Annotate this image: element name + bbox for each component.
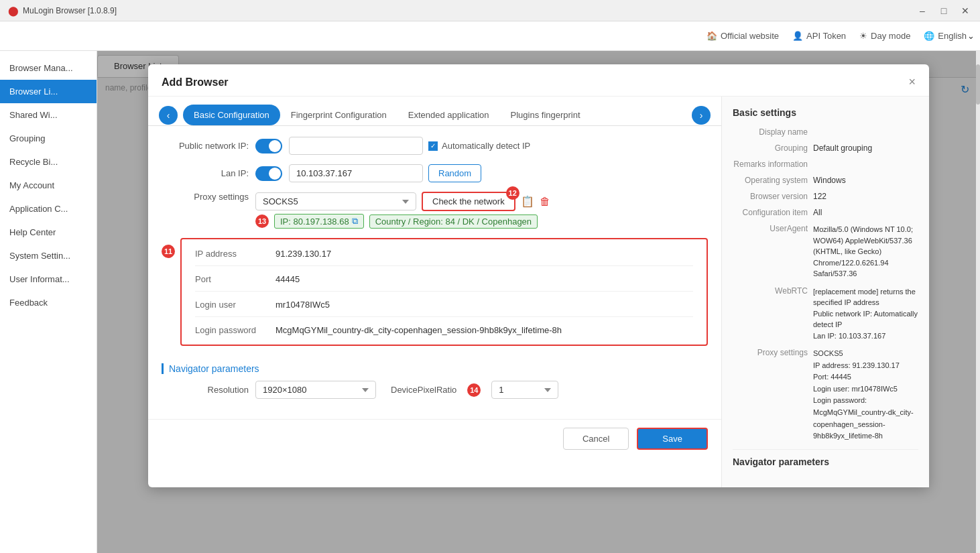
copy-ip-icon[interactable]: ⧉ — [352, 216, 358, 227]
proxy-password-row: Login password — [195, 325, 693, 335]
proxy-port-input[interactable] — [275, 274, 693, 284]
config-tab-nav: Basic Configuration Fingerprint Configur… — [183, 105, 686, 125]
panel-useragent-row: UserAgent Mozilla/5.0 (Windows NT 10.0; … — [733, 224, 918, 280]
panel-config-item-row: Configuration item All — [733, 208, 918, 217]
check-network-button[interactable]: Check the network — [422, 192, 515, 211]
modal-overlay: Add Browser × ‹ Basic Configuration Fing… — [97, 51, 980, 553]
save-button[interactable]: Save — [637, 428, 708, 450]
proxy-settings-row: Proxy settings SOCKS5 12 Check the netwo… — [162, 192, 708, 211]
step14-badge: 14 — [467, 383, 481, 397]
panel-proxy-label: Proxy settings — [733, 348, 813, 442]
maximize-button[interactable]: □ — [934, 1, 953, 20]
proxy-type-select[interactable]: SOCKS5 — [255, 192, 416, 210]
lan-ip-toggle[interactable] — [255, 166, 282, 181]
sidebar-item-recycle-bin[interactable]: Recycle Bi... — [0, 150, 97, 174]
modal-close-button[interactable]: × — [908, 75, 916, 89]
person-icon: 👤 — [792, 31, 803, 41]
resolution-select[interactable]: 1920×1080 — [255, 381, 376, 399]
modal-title: Add Browser — [162, 76, 229, 88]
right-panel-title: Basic settings — [733, 107, 918, 118]
proxy-port-label: Port — [195, 274, 275, 284]
official-website-nav[interactable]: 🏠 Official website — [707, 31, 779, 41]
panel-webrtc-row: WebRTC [replacement mode] returns the sp… — [733, 286, 918, 342]
day-mode-nav[interactable]: ☀ Day mode — [859, 31, 910, 41]
form-content: Public network IP: ✓ Automatically detec… — [148, 126, 721, 419]
sidebar-item-shared-window[interactable]: Shared Wi... — [0, 103, 97, 127]
public-ip-input[interactable] — [289, 137, 423, 155]
close-button[interactable]: ✕ — [956, 1, 975, 20]
copy-proxy-icon[interactable]: 📋 — [521, 195, 534, 208]
main-layout: Browser Mana... Browser Li... Shared Wi.… — [0, 51, 980, 553]
panel-config-item-label: Configuration item — [733, 208, 813, 217]
proxy-user-input[interactable] — [275, 300, 693, 310]
proxy-password-input[interactable] — [275, 325, 693, 335]
tab-fingerprint-config[interactable]: Fingerprint Configuration — [280, 105, 397, 125]
sun-icon: ☀ — [859, 31, 867, 41]
proxy-details-section: 11 IP address Port — [162, 235, 708, 354]
panel-display-name-row: Display name — [733, 127, 918, 137]
api-token-nav[interactable]: 👤 API Token — [792, 31, 846, 41]
auto-detect-checkbox[interactable]: ✓ — [428, 141, 438, 151]
auto-detect-checkbox-label[interactable]: ✓ Automatically detect IP — [428, 141, 530, 151]
globe-icon: 🌐 — [924, 31, 934, 41]
resolution-row: Resolution 1920×1080 DevicePixelRatio 14… — [162, 381, 708, 399]
proxy-ip-label: IP address — [195, 249, 275, 259]
region-badge: Country / Region: 84 / DK / Copenhagen — [369, 214, 538, 229]
navigator-params-panel-title: Navigator parameters — [733, 456, 918, 467]
tab-basic-config[interactable]: Basic Configuration — [183, 105, 280, 125]
expand-icon[interactable]: ⌄ — [967, 31, 975, 41]
tab-extended-app[interactable]: Extended application — [397, 105, 500, 125]
public-ip-toggle[interactable] — [255, 139, 282, 153]
content-area: Browser List ↻ name, profileID Add Brows… — [97, 51, 980, 553]
minimize-button[interactable]: – — [913, 1, 932, 20]
proxy-settings-label: Proxy settings — [162, 192, 249, 202]
config-tab-prev-button[interactable]: ‹ — [159, 106, 178, 125]
language-nav[interactable]: 🌐 English — [924, 31, 967, 41]
panel-grouping-row: Grouping Default grouping — [733, 143, 918, 153]
sidebar-item-application[interactable]: Application C... — [0, 197, 97, 221]
sidebar-item-grouping[interactable]: Grouping — [0, 127, 97, 150]
ip-badge: IP: 80.197.138.68 ⧉ — [274, 214, 364, 229]
delete-proxy-icon[interactable]: 🗑 — [540, 196, 550, 208]
cancel-button[interactable]: Cancel — [563, 428, 629, 450]
public-ip-row: Public network IP: ✓ Automatically detec… — [162, 137, 708, 155]
navigator-params-title: Navigator parameters — [162, 363, 708, 374]
random-button[interactable]: Random — [428, 164, 481, 182]
window-controls: – □ ✕ — [913, 0, 975, 21]
panel-os-value: Windows — [813, 176, 918, 185]
panel-useragent-value: Mozilla/5.0 (Windows NT 10.0; WOW64) App… — [813, 224, 918, 280]
panel-webrtc-value: [replacement mode] returns the specified… — [813, 286, 918, 342]
sidebar-item-browser-manager[interactable]: Browser Mana... — [0, 56, 97, 80]
device-pixel-ratio-select[interactable]: 1 — [491, 381, 558, 399]
lan-ip-input[interactable] — [289, 164, 423, 182]
app-logo-icon: ⬤ — [8, 5, 19, 16]
tab-plugins-fp[interactable]: Plugins fingerprint — [500, 105, 591, 125]
modal-left-panel: ‹ Basic Configuration Fingerprint Config… — [148, 97, 721, 487]
panel-proxy-value: SOCKS5 IP address: 91.239.130.17 Port: 4… — [813, 348, 918, 442]
sidebar-item-help-center[interactable]: Help Center — [0, 221, 97, 244]
day-mode-label: Day mode — [871, 31, 910, 41]
proxy-port-row: Port — [195, 274, 693, 292]
proxy-box: IP address Port Login user — [180, 238, 708, 346]
step11-badge: 11 — [162, 245, 175, 258]
sidebar-item-my-account[interactable]: My Account — [0, 174, 97, 197]
home-icon: 🏠 — [707, 31, 717, 41]
ip-info-bar: 13 IP: 80.197.138.68 ⧉ Country / Region:… — [255, 214, 708, 229]
sidebar-item-feedback[interactable]: Feedback — [0, 291, 97, 314]
panel-display-name-label: Display name — [733, 127, 813, 137]
app-title: MuLogin Browser [1.0.8.9] — [23, 6, 117, 15]
sidebar-item-user-info[interactable]: User Informat... — [0, 267, 97, 291]
panel-webrtc-label: WebRTC — [733, 286, 813, 342]
panel-remarks-row: Remarks information — [733, 160, 918, 169]
add-browser-modal: Add Browser × ‹ Basic Configuration Fing… — [148, 64, 929, 487]
config-tab-next-button[interactable]: › — [692, 106, 711, 125]
proxy-ip-input[interactable] — [275, 249, 693, 259]
lan-ip-label: Lan IP: — [162, 168, 249, 178]
region-value: Country / Region: 84 / DK / Copenhagen — [375, 217, 532, 227]
sidebar-item-browser-list[interactable]: Browser Li... — [0, 80, 97, 103]
sidebar-item-system-settings[interactable]: System Settin... — [0, 244, 97, 267]
right-panel-divider — [733, 449, 918, 450]
panel-useragent-label: UserAgent — [733, 224, 813, 280]
panel-config-item-value: All — [813, 208, 918, 217]
config-tabs-bar: ‹ Basic Configuration Fingerprint Config… — [148, 97, 721, 126]
